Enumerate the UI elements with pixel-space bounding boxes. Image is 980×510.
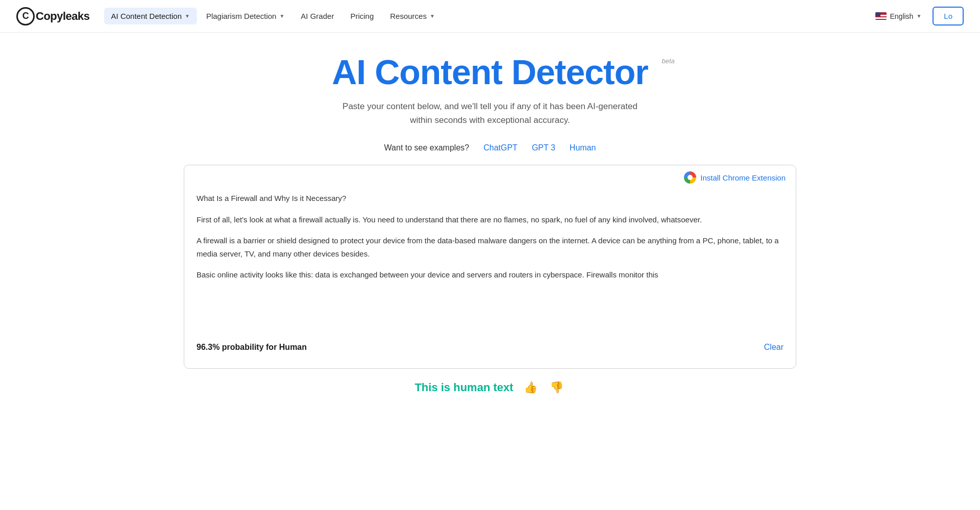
nav-item-label: AI Content Detection: [111, 12, 182, 20]
navbar: C Copyleaks AI Content Detection ▼ Plagi…: [0, 0, 980, 33]
nav-items: AI Content Detection ▼ Plagiarism Detect…: [104, 8, 871, 24]
examples-row: Want to see examples? ChatGPT GPT 3 Huma…: [384, 143, 596, 152]
chevron-down-icon: ▼: [916, 13, 921, 19]
logo-icon: C: [16, 7, 35, 26]
logo-text: Copyleaks: [36, 10, 90, 23]
language-selector[interactable]: English ▼: [870, 9, 926, 23]
chevron-down-icon: ▼: [279, 13, 284, 19]
chevron-down-icon: ▼: [430, 13, 435, 19]
chrome-extension-button[interactable]: Install Chrome Extension: [684, 171, 786, 184]
nav-item-resources[interactable]: Resources ▼: [383, 8, 442, 24]
language-label: English: [890, 12, 913, 20]
chrome-ext-label: Install Chrome Extension: [700, 173, 786, 182]
chrome-icon: [684, 171, 696, 184]
hero-title-wrap: AI Content Detector beta: [332, 53, 648, 91]
main-content: AI Content Detector beta Paste your cont…: [133, 33, 847, 417]
nav-item-ai-grader[interactable]: AI Grader: [293, 8, 341, 24]
probability-label: 96.3% probability for Human: [197, 343, 307, 352]
hero-subtitle: Paste your content below, and we'll tell…: [342, 99, 638, 127]
login-label: Lo: [944, 12, 952, 20]
chevron-down-icon: ▼: [185, 13, 190, 19]
result-label: This is human text: [414, 381, 513, 394]
flag-icon: [875, 12, 887, 20]
login-button[interactable]: Lo: [933, 7, 964, 26]
example-chatgpt[interactable]: ChatGPT: [483, 143, 518, 152]
card-top-bar: Install Chrome Extension: [184, 165, 796, 184]
nav-item-label: Plagiarism Detection: [206, 12, 277, 20]
beta-badge: beta: [662, 57, 674, 65]
nav-item-pricing[interactable]: Pricing: [343, 8, 381, 24]
examples-label: Want to see examples?: [384, 143, 470, 152]
text-paragraph-4: Basic online activity looks like this: d…: [197, 268, 783, 282]
nav-right: English ▼ Lo: [870, 7, 964, 26]
nav-item-label: AI Grader: [301, 12, 334, 20]
card-footer: 96.3% probability for Human Clear: [184, 337, 796, 360]
thumbup-button[interactable]: 👍: [522, 379, 540, 396]
result-row: This is human text 👍 👎: [414, 379, 565, 396]
nav-item-plagiarism[interactable]: Plagiarism Detection ▼: [199, 8, 291, 24]
clear-button[interactable]: Clear: [764, 343, 783, 352]
text-paragraph-3: A firewall is a barrier or shield design…: [197, 234, 783, 260]
nav-item-label: Pricing: [350, 12, 374, 20]
thumbdown-button[interactable]: 👎: [548, 379, 566, 396]
text-paragraph-2: First of all, let's look at what a firew…: [197, 213, 783, 226]
example-human[interactable]: Human: [570, 143, 596, 152]
logo[interactable]: C Copyleaks: [16, 7, 90, 26]
nav-item-label: Resources: [390, 12, 427, 20]
hero-title: AI Content Detector: [332, 53, 648, 91]
detector-card: Install Chrome Extension What Is a Firew…: [184, 165, 796, 369]
text-paragraph-1: What Is a Firewall and Why Is it Necessa…: [197, 192, 783, 205]
text-area[interactable]: What Is a Firewall and Why Is it Necessa…: [184, 184, 796, 337]
nav-item-ai-content[interactable]: AI Content Detection ▼: [104, 8, 197, 24]
example-gpt3[interactable]: GPT 3: [532, 143, 555, 152]
